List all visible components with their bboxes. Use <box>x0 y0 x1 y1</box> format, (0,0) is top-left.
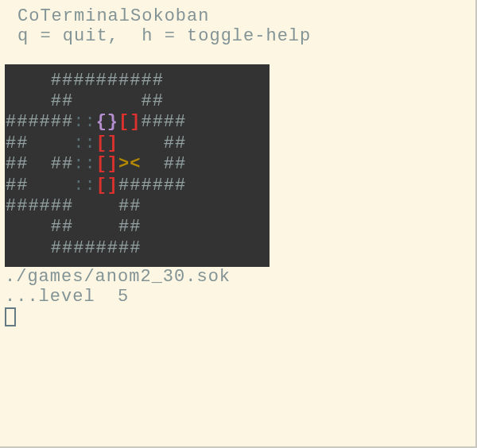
cell-wall <box>73 217 118 237</box>
level-file-path: ./games/anom2_30.sok <box>0 267 475 287</box>
cell-wall <box>73 196 118 216</box>
cell-wall: ## <box>51 217 73 237</box>
cell-wall: ## <box>118 217 141 237</box>
cell-wall: ## <box>164 154 186 174</box>
cell-wall <box>73 91 141 111</box>
cell-wall: ## <box>164 133 186 153</box>
cell-goal: :: <box>73 133 95 153</box>
level-indicator: ...level 5 <box>0 287 475 307</box>
cell-goal: :: <box>73 112 95 132</box>
board-row: ######## <box>6 238 270 259</box>
cell-wall <box>28 176 73 195</box>
board-row: ######::{}[]#### <box>6 112 270 133</box>
game-board[interactable]: ########## ## ########::{}[]###### ::[] … <box>5 64 270 268</box>
board-row: ## ::[]###### <box>6 176 270 196</box>
cell-wall: ## <box>51 91 73 111</box>
board-row: ## ## <box>6 91 270 112</box>
cell-wall <box>6 71 51 91</box>
cell-wall: ###### <box>6 196 73 216</box>
cell-wall: ########## <box>51 71 164 91</box>
cell-wall: ## <box>6 133 28 153</box>
cell-wall <box>6 91 51 111</box>
cell-wall: ###### <box>118 176 186 195</box>
cell-wall: ## <box>51 154 73 174</box>
cell-pusher: >< <box>118 154 141 174</box>
cell-wall: ######## <box>51 238 142 258</box>
board-row: ###### ## <box>6 196 270 217</box>
board-row: ## ::[] ## <box>6 133 270 154</box>
cell-goal: :: <box>73 154 95 174</box>
cell-wall: #### <box>141 112 186 132</box>
cell-box: [] <box>118 112 141 132</box>
cell-box: [] <box>96 133 118 153</box>
cell-wall <box>28 154 50 174</box>
cell-wall: ## <box>6 154 28 174</box>
cell-box: [] <box>96 176 118 195</box>
cell-wall <box>6 238 51 258</box>
cell-wall <box>118 133 164 153</box>
cell-wall: ###### <box>6 112 73 132</box>
blank-line <box>0 47 475 64</box>
terminal-window: CoTerminalSokoban q = quit, h = toggle-h… <box>0 0 475 326</box>
cell-wall <box>28 133 73 153</box>
cell-wall: ## <box>141 91 163 111</box>
help-hint: q = quit, h = toggle-help <box>0 26 475 46</box>
cell-wall: ## <box>6 176 28 195</box>
board-row: ########## <box>6 71 270 91</box>
cell-goal: :: <box>73 176 95 195</box>
terminal-cursor <box>5 307 16 326</box>
cell-boxg: {} <box>96 112 118 132</box>
board-row: ## ## <box>6 217 270 238</box>
board-row: ## ##::[]>< ## <box>6 154 270 175</box>
cell-box: [] <box>96 154 118 174</box>
app-title: CoTerminalSokoban <box>0 6 475 26</box>
cell-wall <box>141 154 163 174</box>
cell-wall <box>6 217 51 237</box>
cell-wall: ## <box>118 196 141 216</box>
